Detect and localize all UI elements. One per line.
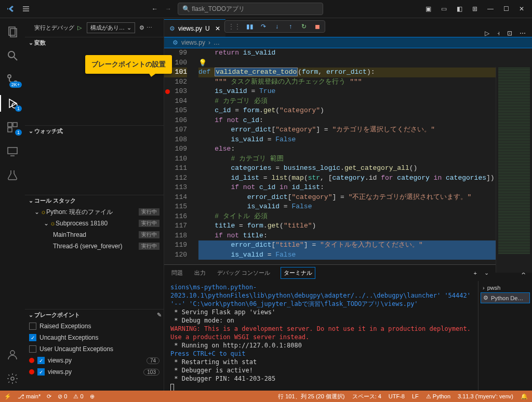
layout-panel-icon[interactable]: ▭ (440, 5, 448, 13)
nav-back-icon[interactable]: ← (151, 5, 159, 13)
run-icon[interactable]: ▷ (485, 30, 489, 37)
python-version[interactable]: 3.11.3 ('myenv': venv) (458, 393, 513, 399)
git-branch[interactable]: ⎇ main* (18, 393, 41, 400)
statusbar: ⚡ ⎇ main* ⟳ ⊘ 0 ⚠ 0 ⊕ 行 101、列 25 (20 個選択… (0, 391, 532, 402)
code-editor[interactable]: 99100💡1011021031041051061071081091101111… (164, 48, 532, 264)
breadcrumb[interactable]: ⚙ views.py › … (164, 37, 532, 48)
split-icon[interactable]: ⫞ (497, 30, 500, 37)
testing-icon[interactable] (6, 169, 19, 181)
step-over-icon[interactable]: ↷ (259, 22, 268, 31)
window-close-icon[interactable]: ✕ (517, 5, 526, 13)
section-watch[interactable]: ⌄ウォッチ式 (25, 125, 164, 137)
more-icon[interactable]: ⋯ (520, 30, 526, 37)
breakpoint-file[interactable]: ✓views.py74 (25, 355, 164, 366)
notifications-icon[interactable]: 🔔 (521, 393, 528, 400)
file-tab-views[interactable]: ⚙ views.py U ✕ (164, 19, 225, 37)
section-variables[interactable]: ⌄変数 (25, 37, 164, 48)
new-terminal-icon[interactable]: + (474, 270, 477, 276)
titlebar: ← → 🔍 flask_TODOアプリ ▣ ▭ ◧ ⊞ — ☐ ✕ (0, 0, 532, 18)
extensions-icon[interactable]: 1 (6, 121, 19, 133)
sidebar-title: 実行とデバッグ (34, 24, 74, 32)
debug-sidebar: 実行とデバッグ ▷ 構成があり…⌄ ⚙ ⋯ ⌄変数 ⌄ウォッチ式 ⌄コール スタ… (25, 18, 164, 393)
callstack-item[interactable]: MainThread実行中 (25, 229, 164, 240)
panel-tab[interactable]: 出力 (193, 267, 207, 279)
vscode-logo-icon (6, 5, 15, 13)
breakpoint-option[interactable]: User Uncaught Exceptions (25, 343, 164, 355)
breakpoint-option[interactable]: Raised Exceptions (25, 320, 164, 332)
window-maximize-icon[interactable]: ☐ (502, 5, 510, 13)
remote-explorer-icon[interactable] (6, 145, 19, 157)
accounts-icon[interactable] (6, 349, 19, 361)
panel-tab[interactable]: 問題 (170, 267, 184, 279)
start-debug-icon[interactable]: ▷ (77, 24, 82, 31)
annotation-callout: ブレークポイントの設置 (85, 55, 172, 74)
svg-rect-14 (8, 148, 17, 154)
cursor-position[interactable]: 行 101、列 25 (20 個選択) (278, 393, 344, 400)
terminal-dropdown-icon[interactable]: ⌄ (484, 270, 489, 276)
layout-primary-icon[interactable]: ▣ (424, 5, 432, 13)
activity-bar: 2K+ 1 1 (0, 18, 25, 393)
sync-icon[interactable]: ⟳ (47, 393, 51, 400)
settings-icon[interactable] (6, 372, 19, 385)
warnings-count[interactable]: ⚠ 0 (73, 393, 83, 400)
restart-icon[interactable]: ↻ (300, 22, 308, 31)
breakpoint-file[interactable]: ✓views.py103 (25, 366, 164, 378)
terminal-output[interactable]: sions\ms-python.python-2023.10.1\pythonF… (164, 281, 478, 393)
search-icon[interactable] (6, 49, 19, 62)
pause-icon[interactable]: ▮▮ (246, 22, 254, 31)
nav-forward-icon[interactable]: → (164, 5, 172, 13)
editor-area: ⚙ views.py U ✕ ⋮⋮ ▮▮ ↷ ↓ ↑ ↻ ◼ ▷ ⫞ ⊡ ⋯ (164, 18, 532, 393)
search-icon: 🔍 (182, 5, 190, 12)
encoding[interactable]: UTF-8 (389, 393, 405, 399)
step-out-icon[interactable]: ↑ (286, 22, 295, 31)
svg-rect-11 (8, 123, 12, 127)
port-icon[interactable]: ⊕ (90, 393, 95, 400)
source-control-icon[interactable]: 2K+ (6, 73, 19, 86)
svg-point-5 (8, 51, 15, 58)
layout-sidebar-icon[interactable]: ◧ (455, 5, 463, 13)
stop-icon[interactable]: ◼ (313, 22, 322, 31)
panel-tab[interactable]: デバッグ コンソール (216, 267, 271, 279)
panel-tab[interactable]: ターミナル (281, 267, 315, 279)
remote-indicator[interactable]: ⚡ (4, 393, 11, 400)
terminal-item[interactable]: ⚙Python De… (481, 292, 530, 303)
svg-rect-12 (13, 123, 17, 127)
gear-icon[interactable]: ⚙ (139, 24, 144, 31)
command-center[interactable]: 🔍 flask_TODOアプリ (178, 3, 323, 15)
python-icon: ⚙ (169, 25, 175, 32)
section-callstack[interactable]: ⌄コール スタック (25, 195, 164, 206)
callstack-item[interactable]: Thread-6 (serve_forever)実行中 (25, 240, 164, 252)
terminal-item[interactable]: ›pwsh (481, 283, 530, 292)
language-mode[interactable]: ⚠ Python (426, 393, 450, 400)
callstack-item[interactable]: ⌄☼ Subprocess 18180実行中 (25, 218, 164, 229)
more-icon[interactable]: ⋯ (147, 24, 152, 31)
run-debug-icon[interactable]: 1 (6, 97, 19, 110)
layout-customize-icon[interactable]: ⊞ (471, 5, 479, 13)
window-minimize-icon[interactable]: — (486, 5, 495, 13)
python-icon: ⚙ (172, 39, 178, 46)
section-breakpoints[interactable]: ⌄ブレークポイント ✎ (25, 309, 164, 320)
panel-tabs: 問題出力デバッグ コンソールターミナル+⌄⋯⌃✕ (164, 265, 532, 281)
editor-tabs: ⚙ views.py U ✕ ⋮⋮ ▮▮ ↷ ↓ ↑ ↻ ◼ ▷ ⫞ ⊡ ⋯ (164, 18, 532, 37)
breakpoint-option[interactable]: ✓Uncaught Exceptions (25, 332, 164, 343)
diff-icon[interactable]: ⊡ (507, 30, 512, 37)
svg-point-17 (11, 377, 14, 380)
indent-info[interactable]: スペース: 4 (352, 393, 381, 400)
svg-point-7 (8, 75, 11, 78)
svg-rect-13 (8, 128, 12, 132)
minimap[interactable]: document.write(Array.from({length:120},(… (496, 67, 532, 273)
terminal-list: ›pwsh⚙Python De… (478, 281, 532, 393)
menu-icon[interactable] (22, 5, 30, 13)
svg-point-16 (10, 351, 15, 355)
debug-config-select[interactable]: 構成があり…⌄ (87, 22, 135, 33)
eol[interactable]: LF (412, 393, 419, 399)
explorer-icon[interactable] (6, 25, 19, 38)
debug-toolbar: ⋮⋮ ▮▮ ↷ ↓ ↑ ↻ ◼ (224, 20, 325, 33)
step-into-icon[interactable]: ↓ (273, 22, 281, 31)
grip-icon[interactable]: ⋮⋮ (228, 23, 241, 30)
errors-count[interactable]: ⊘ 0 (58, 393, 67, 400)
callstack-item[interactable]: ⌄☼ Python: 現在のファイル実行中 (25, 206, 164, 218)
bottom-panel: 問題出力デバッグ コンソールターミナル+⌄⋯⌃✕ sions\ms-python… (164, 264, 532, 393)
close-tab-icon[interactable]: ✕ (215, 25, 220, 32)
svg-line-6 (14, 57, 17, 60)
